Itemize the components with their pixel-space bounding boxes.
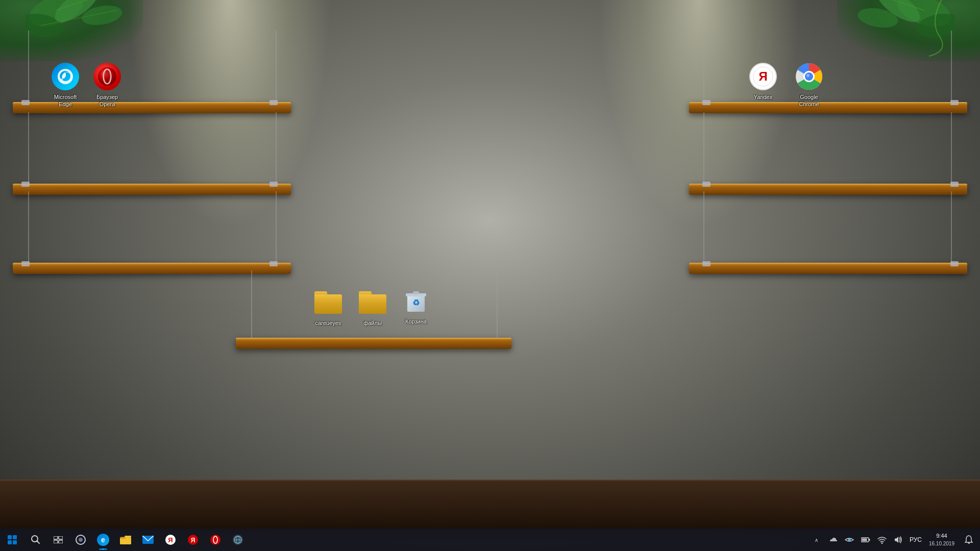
svg-rect-29 bbox=[54, 540, 58, 543]
bracket-l2-right bbox=[270, 182, 278, 187]
recycle-bin-graphic: ♻ bbox=[403, 288, 429, 314]
bracket-r3-right bbox=[950, 261, 959, 266]
wire-l1-right bbox=[276, 31, 277, 103]
files-folder-graphic bbox=[359, 291, 386, 314]
wifi-icon bbox=[877, 536, 887, 544]
svg-text:Я: Я bbox=[758, 69, 767, 83]
taskbar: e bbox=[0, 529, 980, 551]
taskbar-yandex-browser-button[interactable]: Я bbox=[182, 529, 204, 551]
wire-l2-right bbox=[276, 112, 277, 185]
careueyes-img bbox=[314, 288, 342, 317]
language-button[interactable]: РУС bbox=[908, 529, 924, 551]
wire-l1-left bbox=[28, 31, 29, 103]
taskbar-yandex-icon: Я bbox=[165, 534, 176, 545]
opera-browser-icon[interactable]: Браузер Opera bbox=[87, 62, 128, 109]
files-label: файлы bbox=[361, 318, 384, 328]
wire-r2-right bbox=[951, 112, 952, 185]
svg-point-47 bbox=[848, 538, 851, 541]
careueyes-folder-icon[interactable]: careueyes bbox=[308, 288, 349, 328]
spotlight-left bbox=[128, 0, 332, 230]
svg-point-32 bbox=[79, 538, 83, 542]
chevron-up-icon: ∧ bbox=[815, 537, 818, 543]
taskbar-opera-button[interactable] bbox=[204, 529, 227, 551]
taskbar-extra-icon bbox=[232, 534, 243, 545]
wifi-button[interactable] bbox=[875, 529, 889, 551]
start-button[interactable] bbox=[0, 529, 24, 551]
chrome-icon-graphic bbox=[795, 63, 823, 90]
careueyes-folder-graphic bbox=[314, 291, 342, 314]
careueyes-label: careueyes bbox=[313, 318, 344, 328]
cortana-icon bbox=[76, 535, 86, 545]
foliage-top-right bbox=[837, 0, 980, 61]
taskbar-right: ∧ bbox=[810, 529, 980, 551]
svg-rect-34 bbox=[120, 538, 131, 544]
yandex-icon[interactable]: Я Yandex bbox=[743, 62, 783, 102]
onedrive-icon bbox=[829, 536, 837, 543]
bracket-l3-left bbox=[21, 261, 30, 266]
clock[interactable]: 9:44 16.10.2019 bbox=[926, 529, 958, 551]
svg-point-51 bbox=[881, 542, 883, 544]
bracket-l1-right bbox=[270, 100, 278, 105]
clock-time: 9:44 bbox=[936, 532, 947, 540]
bracket-r3-left bbox=[702, 261, 710, 266]
microsoft-edge-icon[interactable]: Microsoft Edge bbox=[45, 62, 86, 109]
volume-icon bbox=[894, 536, 903, 544]
recycle-label: Корзина bbox=[403, 317, 429, 326]
search-icon bbox=[31, 535, 40, 544]
svg-point-19 bbox=[806, 74, 810, 77]
wire-l2-left bbox=[28, 112, 29, 185]
onedrive-button[interactable] bbox=[826, 529, 840, 551]
notifications-button[interactable] bbox=[960, 529, 978, 551]
wire-c1-left bbox=[251, 270, 252, 339]
svg-rect-23 bbox=[413, 291, 419, 294]
volume-button[interactable] bbox=[891, 529, 905, 551]
opera-label2: Opera bbox=[97, 99, 117, 109]
spotlight-right bbox=[597, 0, 801, 230]
taskbar-opera-icon bbox=[210, 534, 221, 545]
bracket-r1-left bbox=[702, 100, 710, 105]
file-explorer-icon bbox=[120, 535, 131, 545]
eye-tray-icon bbox=[845, 537, 854, 543]
show-hidden-icons-button[interactable]: ∧ bbox=[810, 529, 824, 551]
battery-icon bbox=[861, 537, 870, 543]
taskbar-left: e bbox=[0, 529, 810, 551]
taskbar-extra-app-button[interactable] bbox=[227, 529, 249, 551]
search-button[interactable] bbox=[24, 529, 47, 551]
wire-c1-right bbox=[497, 270, 498, 339]
wire-r3-left bbox=[703, 191, 704, 264]
taskbar-edge-button[interactable]: e bbox=[92, 529, 114, 551]
files-folder-icon[interactable]: файлы bbox=[352, 288, 393, 328]
bracket-l1-left bbox=[21, 100, 30, 105]
floor bbox=[0, 480, 980, 531]
google-chrome-icon[interactable]: Google Chrome bbox=[789, 62, 829, 109]
careueyes-tray-button[interactable] bbox=[842, 529, 856, 551]
taskbar-yandex-button[interactable]: Я bbox=[159, 529, 182, 551]
svg-text:Я: Я bbox=[191, 537, 195, 544]
shelf-center-bottom bbox=[236, 338, 511, 349]
recycle-bin-icon[interactable]: ♻ Корзина bbox=[396, 287, 436, 326]
wire-r1-left bbox=[703, 31, 704, 103]
edge-icon-graphic bbox=[52, 63, 79, 90]
yandex-icon-img: Я bbox=[749, 62, 777, 91]
opera-icon-graphic bbox=[93, 63, 121, 90]
clock-date: 16.10.2019 bbox=[929, 540, 954, 547]
bracket-r2-right bbox=[950, 182, 959, 187]
taskbar-file-explorer-button[interactable] bbox=[114, 529, 137, 551]
chrome-label2: Chrome bbox=[797, 99, 821, 109]
mail-icon bbox=[142, 536, 154, 544]
shelf-left-3 bbox=[13, 263, 291, 274]
taskbar-edge-icon: e bbox=[97, 534, 109, 546]
svg-rect-35 bbox=[120, 537, 126, 539]
bracket-l2-left bbox=[21, 182, 30, 187]
foliage-top-left bbox=[0, 0, 143, 61]
task-view-button[interactable] bbox=[47, 529, 69, 551]
windows-logo bbox=[8, 535, 17, 544]
cortana-button[interactable] bbox=[69, 529, 92, 551]
wire-r2-left bbox=[703, 112, 704, 185]
taskbar-mail-button[interactable] bbox=[137, 529, 159, 551]
notifications-icon bbox=[965, 535, 973, 544]
wire-r1-right bbox=[951, 31, 952, 103]
wire-l3-left bbox=[28, 191, 29, 264]
battery-button[interactable] bbox=[859, 529, 873, 551]
chrome-icon-img bbox=[795, 62, 823, 91]
